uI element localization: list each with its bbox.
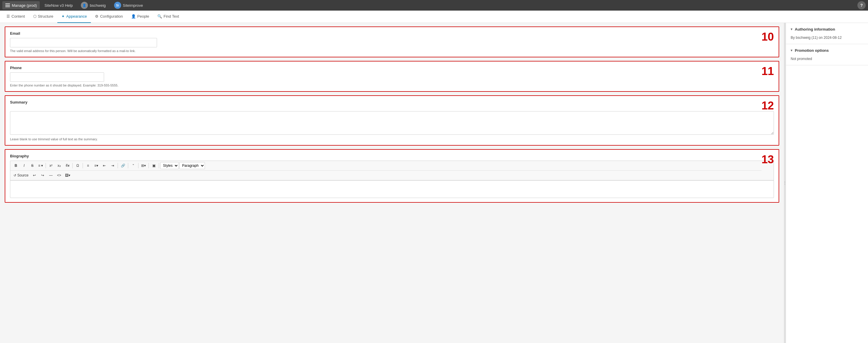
help-icon: ? [860, 3, 863, 8]
authoring-info: By bschweig (11) on 2024-08-12 [790, 36, 841, 40]
nav-findtext[interactable]: 🔍 Find Text [153, 10, 183, 23]
people-label: People [137, 14, 149, 19]
structure-icon: ⬡ [33, 14, 36, 19]
siteimprove-label: Siteimprove [123, 3, 143, 8]
paragraph-select[interactable]: Paragraph [179, 162, 205, 169]
redo-button[interactable]: ↪ [39, 172, 46, 179]
appearance-icon: ✦ [61, 14, 65, 19]
authoring-section: ▾ Authoring information By bschweig (11)… [786, 23, 868, 44]
special-char-button[interactable]: Ω [74, 162, 82, 169]
bold-button[interactable]: B [12, 162, 20, 169]
configuration-label: Configuration [100, 14, 123, 19]
source-icon: ↺ [13, 174, 16, 177]
nav-structure[interactable]: ⬡ Structure [29, 10, 58, 23]
html-button[interactable]: <> [55, 172, 63, 179]
main-layout: 10 Email The valid email address for thi… [0, 23, 868, 343]
sep7 [149, 163, 149, 168]
link-button[interactable]: 🔗 [119, 162, 127, 169]
promotion-title: Promotion options [795, 48, 829, 53]
phone-label: Phone [10, 66, 774, 70]
source-button[interactable]: ↺ Source [12, 172, 30, 179]
promotion-status: Not promoted [790, 57, 812, 61]
biography-label: Biography [10, 154, 774, 158]
authoring-chevron-icon: ▾ [790, 27, 793, 31]
sitenow-help-link[interactable]: SiteNow v3 Help [41, 1, 76, 9]
summary-textarea[interactable] [10, 111, 774, 135]
sep6 [138, 163, 138, 168]
nav-content[interactable]: ☰ Content [2, 10, 29, 23]
toolbar-row-1: B I S ≡ ▾ x² x₂ Tx Ω ≡ ≡▾ ⇤ ⇥ 🔗 [10, 161, 762, 171]
biography-toolbar: B I S ≡ ▾ x² x₂ Tx Ω ≡ ≡▾ ⇤ ⇥ 🔗 [10, 161, 774, 180]
sep8 [159, 163, 159, 168]
nav-appearance[interactable]: ✦ Appearance [57, 10, 91, 23]
authoring-content: By bschweig (11) on 2024-08-12 [786, 36, 868, 44]
findtext-icon: 🔍 [157, 14, 162, 19]
right-sidebar: ▾ Authoring information By bschweig (11)… [786, 23, 868, 343]
sep3 [83, 163, 83, 168]
promotion-chevron-icon: ▾ [790, 49, 793, 52]
help-button[interactable]: ? [858, 1, 866, 9]
table-button[interactable]: ⊞▾ [140, 162, 147, 169]
numbered-list-button[interactable]: ≡▾ [92, 162, 100, 169]
manage-button[interactable]: Manage (prod) [2, 1, 40, 9]
sep2 [72, 163, 73, 168]
superscript-button[interactable]: x² [47, 162, 55, 169]
blockquote-button[interactable]: " [129, 162, 137, 169]
content-label: Content [11, 14, 25, 19]
biography-section: 13 Biography B I S ≡ ▾ x² x₂ Tx Ω ≡ [5, 149, 779, 203]
strikethrough-button[interactable]: S [29, 162, 36, 169]
toolbar-row-2: ↺ Source ↩ ↪ — <> 🖼▾ [10, 171, 774, 180]
sep4 [118, 163, 118, 168]
hamburger-icon [5, 3, 10, 7]
promotion-section: ▾ Promotion options Not promoted [786, 44, 868, 65]
undo-button[interactable]: ↩ [31, 172, 38, 179]
top-bar: Manage (prod) SiteNow v3 Help 👤 bschweig… [0, 0, 868, 10]
secondary-nav: ☰ Content ⬡ Structure ✦ Appearance ⚙ Con… [0, 10, 868, 23]
media-button[interactable]: ▣ [150, 162, 158, 169]
phone-section: 11 Phone Enter the phone number as it sh… [5, 61, 779, 92]
user-menu[interactable]: 👤 bschweig [78, 1, 109, 9]
siteimprove-menu[interactable]: Si Siteimprove [111, 1, 147, 9]
phone-number: 11 [762, 66, 774, 77]
summary-hint: Leave blank to use trimmed value of full… [10, 137, 774, 141]
source-label: Source [17, 173, 29, 177]
summary-number: 12 [762, 100, 774, 111]
email-label: Email [10, 31, 774, 36]
content-area: 10 Email The valid email address for thi… [0, 23, 784, 343]
biography-number: 13 [762, 154, 774, 165]
promotion-header[interactable]: ▾ Promotion options [786, 44, 868, 57]
summary-section: 12 Summary Leave blank to use trimmed va… [5, 95, 779, 146]
nav-people[interactable]: 👤 People [127, 10, 153, 23]
findtext-label: Find Text [163, 14, 179, 19]
email-number: 10 [762, 31, 774, 42]
email-input[interactable] [10, 38, 157, 47]
nav-configuration[interactable]: ⚙ Configuration [91, 10, 127, 23]
manage-label: Manage (prod) [12, 3, 37, 8]
siteimprove-avatar: Si [114, 2, 121, 9]
outdent-button[interactable]: ⇤ [100, 162, 108, 169]
configuration-icon: ⚙ [95, 14, 98, 19]
biography-editor[interactable] [10, 180, 774, 198]
phone-input[interactable] [10, 73, 104, 82]
sep1 [45, 163, 46, 168]
subscript-button[interactable]: x₂ [55, 162, 63, 169]
image-button[interactable]: 🖼▾ [63, 172, 72, 179]
bullet-list-button[interactable]: ≡ [84, 162, 92, 169]
people-icon: 👤 [131, 14, 136, 19]
email-hint: The valid email address for this person.… [10, 49, 774, 53]
phone-hint: Enter the phone number as it should be d… [10, 84, 774, 87]
authoring-header[interactable]: ▾ Authoring information [786, 23, 868, 36]
italic-button[interactable]: I [20, 162, 28, 169]
align-button[interactable]: ≡ ▾ [37, 162, 44, 169]
styles-select[interactable]: Styles [160, 162, 179, 169]
content-icon: ☰ [6, 14, 10, 19]
hr-button[interactable]: — [47, 172, 55, 179]
sitenow-help-label: SiteNow v3 Help [44, 3, 73, 8]
user-avatar: 👤 [81, 2, 88, 9]
summary-label: Summary [10, 100, 774, 105]
email-section: 10 Email The valid email address for thi… [5, 26, 779, 57]
promotion-content: Not promoted [786, 57, 868, 65]
authoring-title: Authoring information [795, 27, 835, 31]
clearformat-button[interactable]: Tx [63, 162, 71, 169]
indent-button[interactable]: ⇥ [109, 162, 117, 169]
